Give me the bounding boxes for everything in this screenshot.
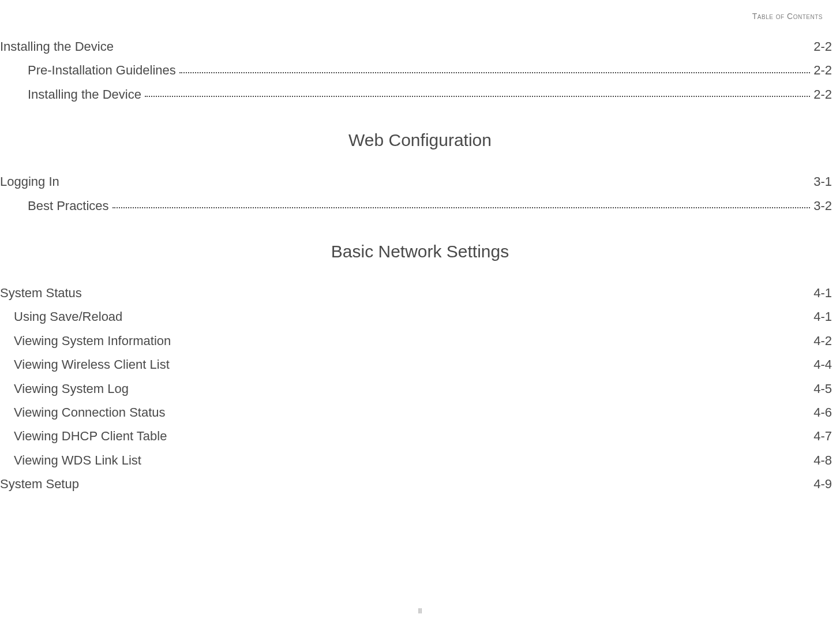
toc-entry-label: Viewing Wireless Client List — [14, 354, 170, 375]
toc-entry-label: Logging In — [0, 171, 59, 192]
toc-entry-page: 2-2 — [813, 59, 832, 81]
toc-entry-page: 2-2 — [813, 36, 832, 57]
toc-entry-label: Installing the Device — [0, 36, 114, 57]
toc-entry[interactable]: System Status4-1 — [0, 281, 840, 305]
toc-entry[interactable]: Pre-Installation Guidelines2-2 — [0, 58, 840, 82]
toc-dot-leader — [112, 207, 811, 208]
toc-content: Installing the Device2-2Pre-Installation… — [0, 0, 840, 496]
toc-entry-page: 3-1 — [813, 171, 832, 192]
toc-entry[interactable]: Logging In3-1 — [0, 170, 840, 193]
toc-entry-label: Viewing Connection Status — [14, 402, 166, 423]
toc-entry-page: 4-4 — [813, 354, 832, 375]
section-heading: Basic Network Settings — [0, 242, 840, 261]
toc-entry[interactable]: Using Save/Reload4-1 — [0, 305, 840, 328]
toc-entry[interactable]: Viewing DHCP Client Table4-7 — [0, 424, 840, 448]
toc-entry[interactable]: Best Practices3-2 — [0, 194, 840, 218]
toc-entry-page: 4-5 — [813, 378, 832, 399]
toc-entry[interactable]: Viewing Wireless Client List4-4 — [0, 353, 840, 376]
toc-entry-page: 2-2 — [813, 84, 832, 105]
toc-entry-label: Using Save/Reload — [14, 306, 122, 327]
toc-entry-page: 4-7 — [813, 425, 832, 447]
toc-entry-page: 4-2 — [813, 330, 832, 351]
toc-entry-page: 4-9 — [813, 473, 832, 495]
toc-entry-page: 4-6 — [813, 402, 832, 423]
toc-entry[interactable]: Viewing System Information4-2 — [0, 329, 840, 353]
toc-entry-page: 4-1 — [813, 282, 832, 304]
toc-entry[interactable]: Viewing Connection Status4-6 — [0, 400, 840, 424]
toc-entry-label: Best Practices — [28, 195, 109, 216]
toc-entry[interactable]: Viewing WDS Link List4-8 — [0, 448, 840, 472]
toc-entry[interactable]: System Setup4-9 — [0, 472, 840, 496]
toc-entry-label: Installing the Device — [28, 84, 141, 105]
toc-entry-label: Pre-Installation Guidelines — [28, 59, 176, 81]
toc-entry-page: 4-8 — [813, 450, 832, 471]
toc-entry-page: 3-2 — [813, 195, 832, 216]
toc-entry-label: Viewing System Log — [14, 378, 129, 399]
toc-entry-label: Viewing DHCP Client Table — [14, 425, 167, 447]
toc-entry[interactable]: Installing the Device2-2 — [0, 83, 840, 106]
footer-page-number: II — [0, 607, 840, 615]
toc-entry-label: System Setup — [0, 473, 79, 495]
toc-entry[interactable]: Installing the Device2-2 — [0, 35, 840, 58]
toc-dot-leader — [145, 96, 810, 97]
toc-entry-label: Viewing WDS Link List — [14, 450, 141, 471]
toc-entry-label: Viewing System Information — [14, 330, 171, 351]
toc-entry[interactable]: Viewing System Log4-5 — [0, 377, 840, 400]
toc-entry-label: System Status — [0, 282, 82, 304]
toc-entry-page: 4-1 — [813, 306, 832, 327]
section-heading: Web Configuration — [0, 130, 840, 150]
toc-dot-leader — [179, 72, 810, 73]
header-label: Table of Contents — [752, 12, 823, 21]
